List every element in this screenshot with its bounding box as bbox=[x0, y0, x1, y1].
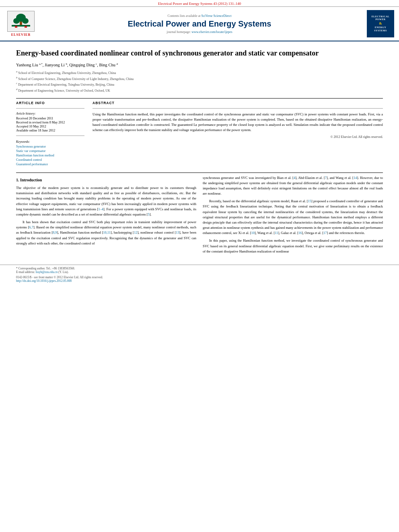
intro-heading: 1. Introduction bbox=[16, 177, 196, 183]
author-4: Bing Chu d bbox=[99, 63, 118, 67]
body-col-left: 1. Introduction The objective of the mod… bbox=[16, 175, 196, 257]
body-text-right: synchronous generator and SVC was invest… bbox=[203, 175, 383, 254]
article-info-title: ARTICLE INFO bbox=[16, 101, 84, 105]
svg-rect-6 bbox=[25, 26, 27, 28]
journal-header: ELSEVIER Contents lists available at Sci… bbox=[0, 7, 399, 41]
keyword-4: Coordinated control bbox=[16, 158, 84, 162]
svg-point-3 bbox=[13, 18, 20, 24]
email-line: E-mail address: liuyh@zzu.edu.cn (Y. Liu… bbox=[16, 270, 383, 274]
doi-line: http://dx.doi.org/10.1016/j.ijepes.2012.… bbox=[16, 279, 383, 283]
ref-13[interactable]: 13 bbox=[176, 230, 179, 234]
author-3: Qingqing Ding c bbox=[69, 63, 97, 67]
ref-7r[interactable]: 7 bbox=[325, 176, 327, 180]
journal-homepage: journal homepage: www.elsevier.com/locat… bbox=[37, 30, 362, 34]
journal-homepage-link[interactable]: www.elsevier.com/locate/ijepes bbox=[191, 30, 232, 34]
right-p1: synchronous generator and SVC was invest… bbox=[203, 175, 383, 197]
date-received: Received 20 December 2011 bbox=[16, 117, 84, 120]
elsevier-brand-text: ELSEVIER bbox=[11, 33, 31, 37]
info-divider-2 bbox=[16, 136, 84, 136]
ref-12[interactable]: 12 bbox=[134, 230, 138, 234]
affil-c: c Department of Electrical Engineering, … bbox=[16, 81, 383, 87]
keyword-1: Synchronous generator bbox=[16, 145, 84, 148]
abstract-text: Using the Hamiltonian function method, t… bbox=[93, 112, 383, 133]
keyword-5: Guaranteed performance bbox=[16, 162, 84, 166]
ref-16[interactable]: 16 bbox=[298, 231, 302, 235]
right-p2: Recently, based on the differential alge… bbox=[203, 199, 383, 236]
elsevier-logo-image bbox=[7, 11, 35, 32]
copyright-line: © 2012 Elsevier Ltd. All rights reserved… bbox=[93, 135, 383, 139]
date-revised: Received in revised form 8 May 2012 bbox=[16, 121, 84, 124]
keyword-3: Hamiltonian function method bbox=[16, 154, 84, 157]
article-body: ARTICLE INFO Article history: Received 2… bbox=[16, 101, 383, 167]
info-divider-1 bbox=[16, 108, 84, 109]
ref-14[interactable]: 14 bbox=[354, 176, 357, 180]
journal-main-title: Electrical Power and Energy Systems bbox=[37, 19, 362, 29]
svg-rect-5 bbox=[15, 26, 17, 28]
date-available: Available online 18 June 2012 bbox=[16, 129, 84, 132]
svg-point-4 bbox=[22, 18, 29, 24]
ref-8-9[interactable]: 8,9 bbox=[53, 230, 57, 234]
author-1: Yanhong Liu a,* bbox=[16, 63, 43, 67]
date-accepted: Accepted 10 May 2012 bbox=[16, 125, 84, 128]
journal-title-center: Contents lists available at SciVerse Sci… bbox=[37, 14, 362, 34]
keyword-2: Static var compensator bbox=[16, 149, 84, 153]
doi-link[interactable]: http://dx.doi.org/10.1016/j.ijepes.2012.… bbox=[16, 279, 72, 283]
corresponding-author: * Corresponding author. Tel.: +86 138385… bbox=[16, 267, 383, 270]
article-info-panel: ARTICLE INFO Article history: Received 2… bbox=[16, 101, 84, 167]
intro-p2: It has been shown that excitation contro… bbox=[16, 220, 196, 246]
body-columns: 1. Introduction The objective of the mod… bbox=[16, 175, 383, 257]
sciverse-link[interactable]: SciVerse ScienceDirect bbox=[202, 14, 232, 18]
intro-p1: The objective of the modern power system… bbox=[16, 185, 196, 217]
right-p3: In this paper, using the Hamiltonian fun… bbox=[203, 238, 383, 254]
paper-title: Energy-based coordinated nonlinear contr… bbox=[16, 49, 383, 58]
affiliations: a School of Electrical Engineering, Zhen… bbox=[16, 70, 383, 93]
abstract-section: ABSTRACT Using the Hamiltonian function … bbox=[93, 101, 383, 167]
affil-b: b School of Computer Science, Zhengzhou … bbox=[16, 76, 383, 82]
article-history-title: Article history: bbox=[16, 112, 84, 115]
section-divider-2 bbox=[16, 173, 383, 173]
body-col-right: synchronous generator and SVC was invest… bbox=[203, 175, 383, 257]
abstract-title: ABSTRACT bbox=[93, 101, 383, 105]
sciverse-line: Contents lists available at SciVerse Sci… bbox=[37, 14, 362, 18]
ref-11r[interactable]: 11 bbox=[275, 231, 278, 235]
journal-reference-text: Electrical Power and Energy Systems 43 (… bbox=[158, 2, 241, 6]
body-text-left: The objective of the modern power system… bbox=[16, 185, 196, 246]
ref-15[interactable]: 15 bbox=[308, 199, 312, 203]
ref-10-11[interactable]: 10,11 bbox=[103, 230, 111, 234]
authors-line: Yanhong Liu a,*, Jianyong Li b, Qingqing… bbox=[16, 62, 383, 67]
ref-1-4[interactable]: 1–4 bbox=[98, 207, 103, 211]
affil-a: a School of Electrical Engineering, Zhen… bbox=[16, 70, 383, 76]
ref-5[interactable]: 5 bbox=[148, 212, 149, 216]
keywords-title: Keywords: bbox=[16, 140, 84, 144]
license-line: 0142-0615/$ - see front matter © 2012 El… bbox=[16, 275, 383, 279]
elsevier-logo-left: ELSEVIER bbox=[5, 11, 37, 37]
ref-4r[interactable]: 4 bbox=[294, 176, 295, 180]
author-2: Jianyong Li b bbox=[45, 63, 67, 67]
journal-reference-bar: Electrical Power and Energy Systems 43 (… bbox=[0, 0, 399, 7]
abstract-divider bbox=[93, 108, 383, 109]
section-divider-1 bbox=[16, 98, 383, 99]
keywords-section: Keywords: Synchronous generator Static v… bbox=[16, 140, 84, 166]
journal-logo-box: ELECTRICAL POWER & ENERGY SYSTEMS bbox=[367, 10, 394, 37]
journal-logo-right: ELECTRICAL POWER & ENERGY SYSTEMS bbox=[362, 10, 394, 37]
affil-d: d Department of Engineering Science, Uni… bbox=[16, 87, 383, 93]
email-link[interactable]: liuyh@zzu.edu.cn bbox=[36, 270, 58, 274]
svg-rect-0 bbox=[12, 25, 30, 27]
main-content: Energy-based coordinated nonlinear contr… bbox=[0, 41, 399, 261]
ref-10r[interactable]: 10 bbox=[251, 231, 255, 235]
ref-17[interactable]: 17 bbox=[323, 231, 327, 235]
footer: * Corresponding author. Tel.: +86 138385… bbox=[0, 265, 399, 284]
ref-6-7[interactable]: 6,7 bbox=[29, 225, 33, 229]
